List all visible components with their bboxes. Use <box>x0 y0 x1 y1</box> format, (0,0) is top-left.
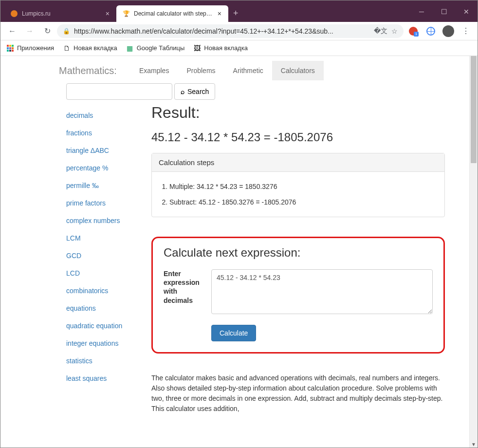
tab-title: Lumpics.ru <box>22 10 101 17</box>
calculate-panel: Calculate next expression: Enter express… <box>151 237 445 354</box>
expression-input[interactable] <box>211 269 433 314</box>
bookmark-item-1[interactable]: ▦ Google Таблицы <box>126 44 185 52</box>
profile-avatar[interactable] <box>441 23 456 39</box>
sidebar: decimals fractions triangle ΔABC percent… <box>66 104 147 414</box>
browser-menu-button[interactable]: ⋮ <box>458 23 474 39</box>
bookmark-item-0[interactable]: 🗋 Новая вкладка <box>63 44 117 52</box>
tab-strip: Lumpics.ru × 🏆 Decimal calculator with s… <box>0 4 478 22</box>
favicon-trophy-icon: 🏆 <box>122 10 130 18</box>
sidebar-item-integer-eq[interactable]: integer equations <box>66 335 147 352</box>
nav-tab-calculators[interactable]: Calculators <box>272 61 324 80</box>
site-search-input[interactable] <box>66 83 172 100</box>
tab-close-icon[interactable]: × <box>105 9 110 19</box>
star-icon[interactable]: ☆ <box>391 27 398 35</box>
expression-label: Enter expression with decimals <box>164 269 203 305</box>
browser-tab-1[interactable]: 🏆 Decimal calculator with steps: 45 × <box>116 5 228 22</box>
url-input[interactable]: 🔒 https://www.hackmath.net/en/calculator… <box>57 24 404 38</box>
apps-grid-icon <box>6 44 14 52</box>
scroll-thumb[interactable] <box>471 56 477 163</box>
sidebar-item-complex-numbers[interactable]: complex numbers <box>66 212 147 229</box>
nav-tab-problems[interactable]: Problems <box>178 61 224 80</box>
sidebar-item-percentage[interactable]: percentage % <box>66 159 147 177</box>
nav-back-button[interactable]: ← <box>4 23 20 39</box>
url-text: https://www.hackmath.net/en/calculator/d… <box>74 27 370 35</box>
search-label: Search <box>187 88 209 95</box>
scroll-down-arrow-icon[interactable]: ▼ <box>470 440 478 448</box>
sidebar-item-lcd[interactable]: LCD <box>66 264 147 282</box>
window-maximize-button[interactable]: ☐ <box>433 4 455 19</box>
bookmark-item-2[interactable]: 🖼 Новая вкладка <box>193 44 248 52</box>
sidebar-item-fractions[interactable]: fractions <box>66 124 147 142</box>
address-bar: ← → ↻ 🔒 https://www.hackmath.net/en/calc… <box>0 22 478 40</box>
nav-reload-button[interactable]: ↻ <box>39 23 55 39</box>
extension-globe-icon[interactable] <box>423 23 439 39</box>
result-expression: 45.12 - 34.12 * 54.23 = -1805.2076 <box>151 131 445 144</box>
page-icon: 🗋 <box>63 44 71 52</box>
site-search-button[interactable]: ⌕ Search <box>174 83 215 100</box>
browser-tab-0[interactable]: Lumpics.ru × <box>4 5 116 22</box>
sidebar-item-quadratic[interactable]: quadratic equation <box>66 317 147 335</box>
translate-icon[interactable]: �文 <box>374 27 387 36</box>
apps-label: Приложения <box>17 44 54 52</box>
tab-title: Decimal calculator with steps: 45 <box>134 10 213 17</box>
apps-button[interactable]: Приложения <box>6 44 54 52</box>
sidebar-item-decimals[interactable]: decimals <box>66 107 147 124</box>
nav-forward-button[interactable]: → <box>22 23 37 39</box>
favicon-orange-icon <box>10 10 18 18</box>
calc-title: Calculate next expression: <box>164 246 433 260</box>
calculator-description: The calculator makes basic and advanced … <box>151 373 445 414</box>
image-icon: 🖼 <box>193 44 201 52</box>
window-minimize-button[interactable]: ─ <box>410 4 433 19</box>
sheets-icon: ▦ <box>126 44 134 52</box>
sidebar-item-statistics[interactable]: statistics <box>66 352 147 370</box>
sidebar-item-gcd[interactable]: GCD <box>66 247 147 264</box>
sidebar-item-prime-factors[interactable]: prime factors <box>66 194 147 212</box>
sidebar-item-lcm[interactable]: LCM <box>66 229 147 247</box>
result-heading: Result: <box>151 104 445 122</box>
sidebar-item-permille[interactable]: permille ‰ <box>66 177 147 194</box>
bookmark-label: Новая вкладка <box>204 44 248 52</box>
bookmark-label: Google Таблицы <box>137 44 185 52</box>
bookmark-label: Новая вкладка <box>74 44 117 52</box>
steps-panel: Calculation steps Multiple: 34.12 * 54.2… <box>151 153 445 217</box>
lock-icon: 🔒 <box>63 28 70 35</box>
calculate-button[interactable]: Calculate <box>211 325 256 341</box>
nav-tab-examples[interactable]: Examples <box>130 61 178 80</box>
sidebar-item-combinatorics[interactable]: combinatorics <box>66 282 147 299</box>
site-nav: Mathematics: Examples Problems Arithmeti… <box>0 56 469 80</box>
step-item: Subtract: 45.12 - 1850.3276 = -1805.2076 <box>169 194 436 210</box>
site-brand: Mathematics: <box>59 65 117 76</box>
sidebar-item-least-squares[interactable]: least squares <box>66 370 147 387</box>
tab-close-icon[interactable]: × <box>217 9 222 19</box>
bookmarks-bar: Приложения 🗋 Новая вкладка ▦ Google Табл… <box>0 40 478 56</box>
extension-1-icon[interactable] <box>405 23 421 39</box>
vertical-scrollbar[interactable]: ▲ ▼ <box>469 56 478 448</box>
search-icon: ⌕ <box>181 88 184 95</box>
step-item: Multiple: 34.12 * 54.23 = 1850.3276 <box>169 179 436 194</box>
sidebar-item-equations[interactable]: equations <box>66 299 147 317</box>
sidebar-item-triangle[interactable]: triangle ΔABC <box>66 142 147 159</box>
window-close-button[interactable]: ✕ <box>455 4 478 19</box>
steps-heading: Calculation steps <box>152 153 444 172</box>
nav-tab-arithmetic[interactable]: Arithmetic <box>224 61 272 80</box>
new-tab-button[interactable]: + <box>228 8 243 19</box>
